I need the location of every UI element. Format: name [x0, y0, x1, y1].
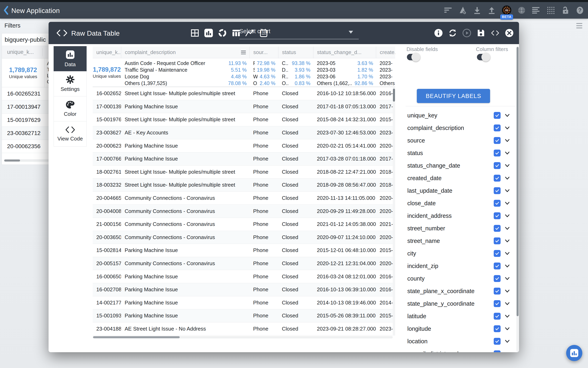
save-icon[interactable] [477, 28, 485, 37]
field-checkbox[interactable] [494, 162, 501, 169]
panel-scrollbar-thumb[interactable] [516, 47, 519, 316]
table-chart-icon[interactable] [190, 28, 199, 38]
table-row[interactable]: 20-00365046 Community Connections - Coro… [93, 231, 395, 244]
table-vscrollbar[interactable] [393, 87, 395, 336]
field-checkbox[interactable] [494, 175, 501, 182]
disable-fields-toggle[interactable] [407, 54, 419, 60]
field-checkbox[interactable] [494, 200, 501, 207]
field-checkbox[interactable] [494, 325, 501, 332]
field-expand-chevron[interactable] [504, 238, 511, 244]
table-row[interactable]: 20-00515795 Community Connections - Coro… [93, 257, 395, 270]
column-header-status[interactable]: status [278, 46, 313, 58]
legend-icon[interactable] [532, 6, 541, 15]
add-widget-fab[interactable] [566, 345, 582, 361]
info-icon[interactable] [434, 28, 443, 37]
view-code-icon[interactable] [491, 28, 500, 37]
field-expand-chevron[interactable] [504, 325, 511, 332]
field-checkbox[interactable] [494, 238, 501, 244]
table-row[interactable]: 16-00270851 Parking Machine Issue Phone … [93, 283, 395, 296]
field-checkbox[interactable] [494, 150, 501, 156]
column-filters-toggle[interactable] [477, 54, 489, 60]
table-row[interactable]: 21-00015663 Community Connections - Coro… [93, 218, 395, 231]
select-chart-dropdown[interactable]: Select chart [239, 28, 359, 39]
back-button[interactable] [2, 5, 10, 16]
field-checkbox[interactable] [494, 313, 501, 320]
refresh-icon[interactable] [448, 28, 457, 37]
filter-column-header[interactable]: unique_k... [2, 49, 42, 55]
field-expand-chevron[interactable] [504, 150, 511, 156]
field-checkbox[interactable] [494, 250, 501, 257]
column-header-complaint-description[interactable]: complaint_description [121, 46, 250, 58]
field-checkbox[interactable] [494, 112, 501, 119]
globe-icon[interactable] [517, 6, 526, 15]
field-expand-chevron[interactable] [504, 225, 511, 232]
help-icon[interactable]: ? [575, 6, 584, 15]
table-row[interactable]: 18-00276175 Street Light Issue- Multiple… [93, 166, 395, 179]
column-menu-icon[interactable] [241, 51, 246, 54]
table-row[interactable]: 20-00400861 Community Connections - Coro… [93, 205, 395, 218]
table-row[interactable]: 23-00362712 AE - Key Accounts Phone Clos… [93, 126, 395, 139]
lock-icon[interactable] [561, 6, 570, 15]
upload-icon[interactable] [487, 6, 496, 15]
field-expand-chevron[interactable] [504, 112, 511, 119]
field-checkbox[interactable] [494, 124, 501, 131]
table-row[interactable]: 20-00466572 Community Connections - Coro… [93, 192, 395, 205]
field-expand-chevron[interactable] [504, 275, 511, 282]
field-expand-chevron[interactable] [504, 200, 511, 207]
field-expand-chevron[interactable] [504, 288, 511, 294]
filter-hscrollbar-thumb[interactable] [4, 159, 20, 162]
field-expand-chevron[interactable] [504, 124, 511, 131]
table-row[interactable]: 17-00013947 Parking Machine Issue Phone … [93, 100, 395, 113]
table-row[interactable]: 15-00109374 Parking Machine Issue Phone … [93, 309, 395, 322]
field-checkbox[interactable] [494, 212, 501, 219]
panel-scrollbar[interactable] [516, 46, 519, 352]
table-row[interactable]: 23-00418877 AE Street Light Issue - No A… [93, 322, 395, 336]
filter-icon[interactable] [443, 6, 452, 15]
field-expand-chevron[interactable] [504, 162, 511, 169]
field-expand-chevron[interactable] [504, 137, 511, 144]
field-checkbox[interactable] [494, 137, 501, 144]
tab-data[interactable]: Data [54, 46, 87, 71]
table-row[interactable]: 15-00197629 Street Light Issue- Multiple… [93, 113, 395, 126]
table-vscrollbar-thumb[interactable] [393, 89, 395, 102]
tab-view-code[interactable]: View Code [54, 121, 87, 147]
field-expand-chevron[interactable] [504, 338, 511, 345]
field-expand-chevron[interactable] [504, 187, 511, 194]
beautify-labels-button[interactable]: BEAUTIFY LABELS [417, 89, 490, 103]
column-header-source[interactable]: sour... [250, 46, 278, 58]
donut-chart-icon[interactable] [218, 28, 227, 38]
field-expand-chevron[interactable] [504, 250, 511, 257]
grid-icon[interactable] [546, 6, 555, 15]
field-checkbox[interactable] [494, 225, 501, 232]
table-row[interactable]: 16-00265231 Street Light Issue- Multiple… [93, 87, 395, 100]
field-checkbox[interactable] [494, 300, 501, 307]
tab-color[interactable]: Color [54, 96, 87, 121]
table-row[interactable]: 15-00281471 Parking Machine Issue Phone … [93, 244, 395, 257]
table-row[interactable]: 20-00062356 Parking Machine Issue Phone … [93, 139, 395, 152]
close-icon[interactable] [505, 28, 514, 37]
field-expand-chevron[interactable] [504, 175, 511, 182]
table-row[interactable]: 16-00065070 Parking Machine Issue Phone … [93, 270, 395, 283]
table-hscrollbar[interactable] [93, 336, 393, 339]
map-settings-icon[interactable] [458, 6, 467, 15]
tab-settings[interactable]: Settings [54, 71, 87, 96]
field-checkbox[interactable] [494, 187, 501, 194]
field-checkbox[interactable] [494, 350, 501, 352]
field-expand-chevron[interactable] [504, 350, 511, 352]
field-expand-chevron[interactable] [504, 212, 511, 219]
field-expand-chevron[interactable] [504, 263, 511, 269]
column-header-status-change-date[interactable]: status_change_d... [313, 46, 376, 58]
field-expand-chevron[interactable] [504, 313, 511, 320]
field-expand-chevron[interactable] [504, 300, 511, 307]
bar-chart-icon[interactable] [204, 28, 213, 38]
field-checkbox[interactable] [494, 288, 501, 294]
table-hscrollbar-thumb[interactable] [93, 336, 180, 338]
hamburger-menu-icon[interactable] [576, 23, 582, 28]
ai-assistant-button[interactable]: AI BETA [502, 6, 512, 15]
play-icon[interactable] [462, 28, 471, 37]
table-row[interactable]: 18-00323299 Street Light Issue- Multiple… [93, 179, 395, 192]
field-checkbox[interactable] [494, 263, 501, 269]
field-checkbox[interactable] [494, 275, 501, 282]
column-header-unique-key[interactable]: unique_k... [93, 46, 121, 58]
table-row[interactable]: 14-00217796 Parking Machine Issue Phone … [93, 296, 395, 310]
